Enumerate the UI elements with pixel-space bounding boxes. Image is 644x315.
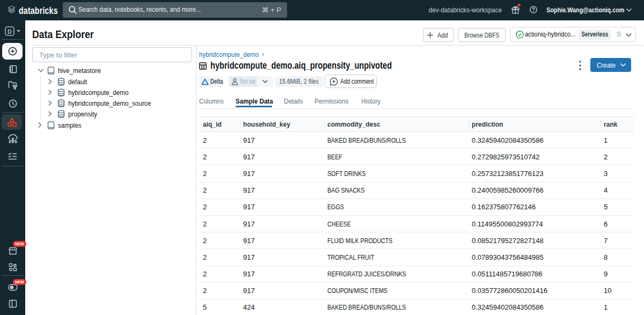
svg-text:D: D xyxy=(8,28,12,35)
